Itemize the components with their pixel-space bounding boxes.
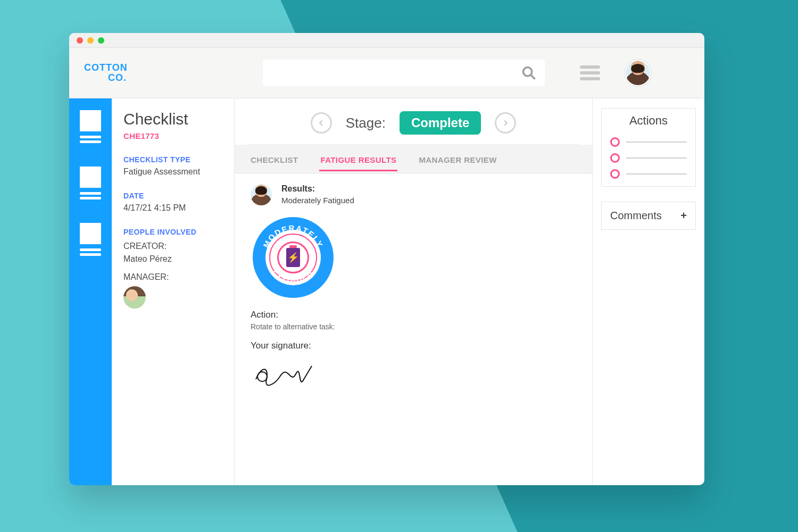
chevron-left-icon [318,119,325,127]
tab-checklist[interactable]: CHECKLIST [251,155,298,171]
record-code: CHE1773 [123,131,222,140]
top-bar: COTTON CO. [69,48,704,98]
result-user-avatar [251,184,272,205]
fatigue-badge: MODERATELY FATIGUED ⚡ [251,215,336,300]
action-option-2[interactable] [602,150,695,166]
window-minimize-icon[interactable] [87,37,94,44]
action-option-1[interactable] [602,134,695,150]
svg-line-1 [531,75,535,79]
manager-avatar[interactable] [123,286,146,309]
action-label: Action: [251,310,576,320]
chevron-right-icon [502,119,509,127]
plus-icon: + [680,210,687,222]
svg-point-7 [257,372,267,381]
battery-icon: ⚡ [277,242,309,273]
type-label: CHECKLIST TYPE [123,155,222,164]
stage-label: Stage: [346,115,386,131]
comments-card[interactable]: Comments + [601,202,696,230]
results-body: Results: Moderately Fatigued [248,173,578,395]
people-label: PEOPLE INVOLVED [123,228,222,236]
date-value: 4/17/21 4:15 PM [123,203,222,213]
right-panel: Actions Comments + [593,98,704,485]
action-value: Rotate to alternative task: [251,322,576,331]
bolt-icon: ⚡ [287,252,299,263]
stage-bar: Stage: Complete [248,108,578,145]
search-icon [521,65,536,80]
comments-title: Comments [610,210,662,222]
brand-line-1: COTTON [84,62,128,73]
actions-card: Actions [601,108,696,187]
tab-bar: CHECKLIST FATIGUE RESULTS MANAGER REVIEW [235,145,592,173]
window-zoom-icon[interactable] [98,37,104,44]
signature-label: Your signature: [251,340,576,351]
svg-point-0 [523,68,532,76]
brand-line-2: CO. [84,73,127,83]
radio-icon [610,169,620,179]
search-input[interactable] [263,60,545,86]
stage-chip: Complete [400,111,481,135]
type-value: Fatigue Assessment [123,167,222,177]
manager-label: MANAGER: [123,272,222,282]
tab-fatigue-results[interactable]: FATIGUE RESULTS [320,155,396,171]
user-avatar[interactable] [625,60,651,86]
brand-logo: COTTON CO. [84,63,127,83]
details-panel: Checklist CHE1773 CHECKLIST TYPE Fatigue… [112,98,234,485]
window-titlebar [69,33,704,48]
stage-prev-button[interactable] [311,112,332,134]
stage-next-button[interactable] [495,112,516,134]
menu-icon[interactable] [580,63,600,83]
results-label: Results: [281,184,354,194]
signature-image [251,355,325,393]
creator-value: Mateo Pérez [123,254,222,264]
window-close-icon[interactable] [77,37,83,44]
action-option-3[interactable] [602,166,695,186]
date-label: DATE [123,192,222,200]
rail-item-3[interactable] [80,223,101,258]
radio-icon [610,137,620,147]
page-title: Checklist [123,110,222,128]
actions-title: Actions [602,109,695,134]
tab-manager-review[interactable]: MANAGER REVIEW [419,155,496,171]
creator-label: CREATOR: [123,242,222,251]
rail-item-2[interactable] [80,167,101,202]
browser-window: COTTON CO. Checklist CHE1773 [69,33,704,485]
rail-item-1[interactable] [80,110,101,145]
results-value: Moderately Fatigued [281,196,354,205]
radio-icon [610,153,620,163]
main-panel: Stage: Complete CHECKLIST FATIGUE RESULT… [234,98,593,485]
left-nav-rail [69,98,112,485]
